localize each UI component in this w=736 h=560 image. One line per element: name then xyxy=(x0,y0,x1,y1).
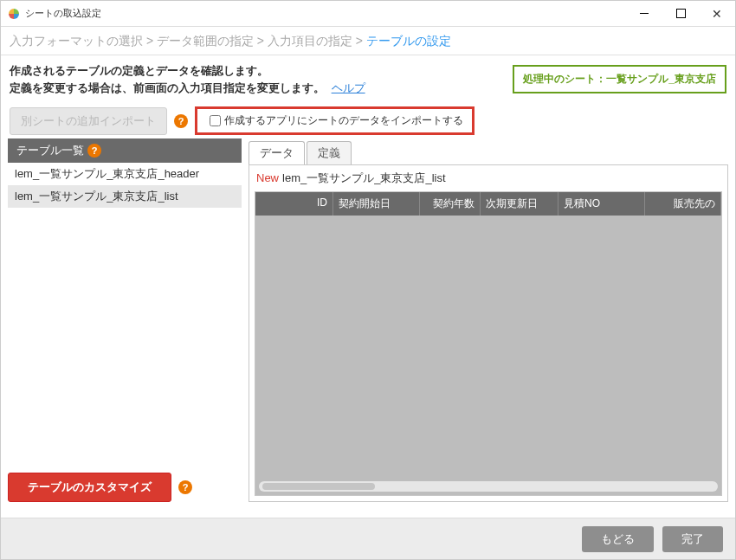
scrollbar-thumb[interactable] xyxy=(262,483,375,490)
tab-definition[interactable]: 定義 xyxy=(307,141,352,164)
import-data-label: 作成するアプリにシートのデータをインポートする xyxy=(224,113,463,128)
column-contract-start: 契約開始日 xyxy=(333,192,420,216)
close-button[interactable]: ✕ xyxy=(699,1,735,26)
description-text: 作成されるテーブルの定義とデータを確認します。 定義を変更する場合は、前画面の入… xyxy=(10,62,365,96)
breadcrumb-step-1: 入力フォーマットの選択 xyxy=(10,34,143,48)
help-icon[interactable]: ? xyxy=(174,114,188,128)
processing-sheet-badge: 処理中のシート：一覧サンプル_東京支店 xyxy=(513,65,726,93)
maximize-button[interactable] xyxy=(662,1,699,26)
app-icon xyxy=(8,8,20,20)
import-data-option[interactable]: 作成するアプリにシートのデータをインポートする xyxy=(195,106,475,135)
table-name-row: Newlem_一覧サンプル_東京支店_list xyxy=(249,165,727,191)
column-quote-no: 見積NO xyxy=(558,192,645,216)
tab-data[interactable]: データ xyxy=(249,141,305,164)
finish-button[interactable]: 完了 xyxy=(662,526,723,552)
grid-body xyxy=(255,216,721,482)
table-name: lem_一覧サンプル_東京支店_list xyxy=(282,171,446,184)
column-id: ID xyxy=(255,192,333,216)
table-list: lem_一覧サンプル_東京支店_header lem_一覧サンプル_東京支店_l… xyxy=(8,163,242,466)
table-list-item[interactable]: lem_一覧サンプル_東京支店_header xyxy=(8,163,242,185)
horizontal-scrollbar[interactable] xyxy=(259,481,718,492)
table-list-header: テーブル一覧 ? xyxy=(8,138,242,163)
breadcrumb-step-4: テーブルの設定 xyxy=(366,34,451,48)
footer: もどる 完了 xyxy=(1,518,735,559)
window-title: シートの取込設定 xyxy=(25,7,626,20)
breadcrumb: 入力フォーマットの選択 > データ範囲の指定 > 入力項目の指定 > テーブルの… xyxy=(1,27,735,55)
back-button[interactable]: もどる xyxy=(582,526,654,552)
titlebar: シートの取込設定 ✕ xyxy=(1,1,735,27)
minimize-button[interactable] xyxy=(626,1,662,26)
column-contract-years: 契約年数 xyxy=(420,192,481,216)
breadcrumb-step-3: 入力項目の指定 xyxy=(268,34,352,48)
breadcrumb-step-2: データ範囲の指定 xyxy=(157,34,254,48)
table-list-item[interactable]: lem_一覧サンプル_東京支店_list xyxy=(8,185,242,208)
new-tag: New xyxy=(256,171,279,184)
help-icon[interactable]: ? xyxy=(87,144,101,158)
column-next-renewal: 次期更新日 xyxy=(481,192,558,216)
import-data-checkbox[interactable] xyxy=(210,115,221,126)
help-link[interactable]: ヘルプ xyxy=(332,81,365,94)
help-icon[interactable]: ? xyxy=(178,480,192,494)
additional-import-button: 別シートの追加インポート xyxy=(10,107,167,135)
customize-table-button[interactable]: テーブルのカスタマイズ xyxy=(8,473,171,502)
column-buyer: 販売先の xyxy=(645,192,721,216)
data-grid[interactable]: ID 契約開始日 契約年数 次期更新日 見積NO 販売先の xyxy=(255,191,722,496)
